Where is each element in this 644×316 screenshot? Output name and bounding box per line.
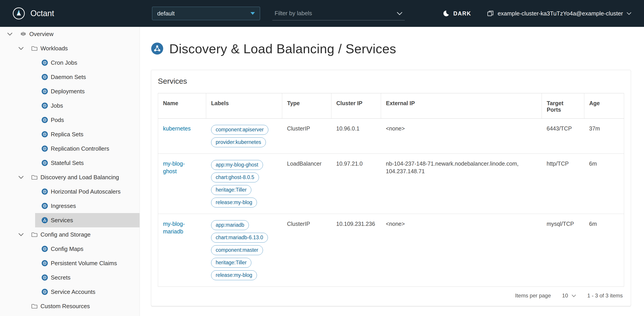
column-header-target-ports: Target Ports (542, 93, 584, 119)
services-icon (151, 42, 164, 55)
label-pill[interactable]: heritage:Tiller (211, 185, 251, 195)
cell-target-ports: 6443/TCP (542, 119, 584, 154)
column-header-external-ip: External IP (381, 93, 542, 119)
sidebar-item-label: Cron Jobs (51, 59, 77, 66)
folder-icon (31, 231, 38, 238)
deployments-icon (41, 88, 48, 95)
theme-label: DARK (453, 10, 471, 17)
label-pill[interactable]: provider:kubernetes (211, 137, 266, 147)
label-pill[interactable]: component:apiserver (211, 125, 268, 135)
sidebar-item-persistent-volume-claims[interactable]: Persistent Volume Claims (35, 256, 140, 270)
sidebar-group-workloads[interactable]: Workloads (0, 41, 140, 56)
items-per-page-select[interactable]: 10 (562, 292, 576, 299)
chevron-down-icon[interactable] (18, 175, 24, 179)
filter-labels-input[interactable] (274, 10, 386, 17)
service-accounts-icon (41, 288, 48, 295)
chevron-down-icon[interactable] (18, 233, 24, 236)
column-header-cluster-ip: Cluster IP (332, 93, 381, 119)
cluster-icon (487, 10, 494, 17)
sidebar-group-discovery-and-load-balancing[interactable]: Discovery and Load Balancing (0, 170, 140, 184)
horizontal-pod-autoscalers-icon (41, 188, 48, 195)
sidebar-group-config-and-storage[interactable]: Config and Storage (0, 227, 140, 242)
pagination-range: 1 - 3 of 3 items (587, 292, 623, 299)
sidebar-item-label: Workloads (40, 45, 68, 52)
cluster-selector[interactable]: example-cluster-ka3TuTzYo4a@example-clus… (487, 10, 632, 17)
jobs-icon (41, 102, 48, 109)
chevron-down-icon (250, 12, 255, 15)
label-pill[interactable]: release:my-blog (211, 198, 257, 207)
sidebar-item-label: Custom Resources (40, 303, 90, 310)
cell-type: LoadBalancer (282, 154, 332, 214)
sidebar-item-label: Services (51, 217, 73, 224)
label-pill[interactable]: heritage:Tiller (211, 258, 251, 268)
sidebar-item-service-accounts[interactable]: Service Accounts (35, 285, 140, 299)
sidebar-item-label: Secrets (51, 274, 70, 281)
sidebar-item-label: Stateful Sets (51, 160, 84, 166)
cluster-name: example-cluster-ka3TuTzYo4a@example-clus… (498, 10, 623, 17)
sidebar-item-label: Pods (51, 117, 64, 124)
column-header-name: Name (158, 93, 206, 119)
ingresses-icon (41, 203, 48, 209)
card-title: Services (158, 77, 624, 86)
folder-icon (31, 303, 38, 309)
sidebar-item-config-maps[interactable]: Config Maps (35, 242, 140, 256)
cell-external-ip: <none> (381, 119, 542, 154)
cell-age: 37m (584, 119, 624, 154)
sidebar-group-custom-resources[interactable]: Custom Resources (0, 299, 140, 313)
sidebar-item-label: Persistent Volume Claims (51, 260, 117, 267)
namespace-selector[interactable]: default (152, 7, 260, 20)
sidebar-item-label: Config and Storage (40, 231, 90, 238)
sidebar-item-stateful-sets[interactable]: Stateful Sets (35, 156, 140, 170)
sidebar-item-jobs[interactable]: Jobs (35, 99, 140, 113)
cell-cluster-ip: 10.97.21.0 (332, 154, 381, 214)
sidebar-item-horizontal-pod-autoscalers[interactable]: Horizontal Pod Autoscalers (35, 184, 140, 199)
label-pill[interactable]: chart:mariadb-6.13.0 (211, 233, 268, 243)
table-row: kubernetes component:apiserver provider:… (158, 119, 624, 154)
sidebar-item-deployments[interactable]: Deployments (35, 84, 140, 99)
overview-icon (20, 31, 26, 37)
label-pill[interactable]: app:mariadb (211, 220, 249, 230)
sidebar-item-cron-jobs[interactable]: Cron Jobs (35, 56, 140, 70)
cell-age: 6m (584, 214, 624, 287)
service-link[interactable]: my-blog-mariadb (163, 220, 191, 235)
service-link[interactable]: my-blog-ghost (163, 160, 191, 175)
sidebar-item-label: Service Accounts (51, 288, 95, 295)
label-pill[interactable]: component:master (211, 245, 263, 255)
brand: Octant (0, 7, 140, 20)
sidebar-item-pods[interactable]: Pods (35, 113, 140, 127)
sidebar-item-label: Ingresses (51, 203, 76, 209)
folder-icon (31, 45, 38, 52)
column-header-labels: Labels (206, 93, 282, 119)
sidebar-item-label: Config Maps (51, 245, 84, 252)
sidebar-item-secrets[interactable]: Secrets (35, 270, 140, 285)
page-title-text: Discovery & Load Balancing / Services (169, 41, 396, 56)
label-pill[interactable]: app:my-blog-ghost (211, 160, 263, 170)
service-link[interactable]: kubernetes (163, 125, 191, 133)
pagination: Items per page 10 1 - 3 of 3 items (158, 287, 624, 301)
moon-icon (442, 10, 450, 17)
replication-controllers-icon (41, 145, 48, 152)
sidebar-item-ingresses[interactable]: Ingresses (35, 199, 140, 213)
main-content: Discovery & Load Balancing / Services Se… (140, 27, 644, 316)
sidebar-item-replica-sets[interactable]: Replica Sets (35, 127, 140, 141)
table-row: my-blog-mariadb app:mariadb chart:mariad… (158, 214, 624, 287)
services-card: Services Name Labels Type Clu (151, 70, 631, 306)
chevron-down-icon[interactable] (18, 47, 24, 50)
octant-logo-icon (12, 7, 25, 20)
label-pill[interactable]: release:my-blog (211, 270, 257, 280)
sidebar-item-replication-controllers[interactable]: Replication Controllers (35, 141, 140, 156)
chevron-down-icon (626, 12, 632, 15)
label-pill[interactable]: chart:ghost-8.0.5 (211, 173, 259, 182)
items-per-page-label: Items per page (515, 292, 551, 299)
chevron-down-icon[interactable] (7, 32, 13, 36)
sidebar-item-label: Replication Controllers (51, 145, 109, 152)
sidebar-item-services[interactable]: Services (35, 213, 140, 227)
sidebar-item-daemon-sets[interactable]: Daemon Sets (35, 70, 140, 84)
namespace-value: default (157, 10, 175, 17)
cell-target-ports: http/TCP (542, 154, 584, 214)
folder-icon (31, 174, 38, 181)
sidebar-item-overview[interactable]: Overview (0, 27, 140, 41)
theme-toggle[interactable]: DARK (442, 10, 471, 17)
stateful-sets-icon (41, 160, 48, 166)
chevron-down-icon[interactable] (397, 12, 402, 16)
